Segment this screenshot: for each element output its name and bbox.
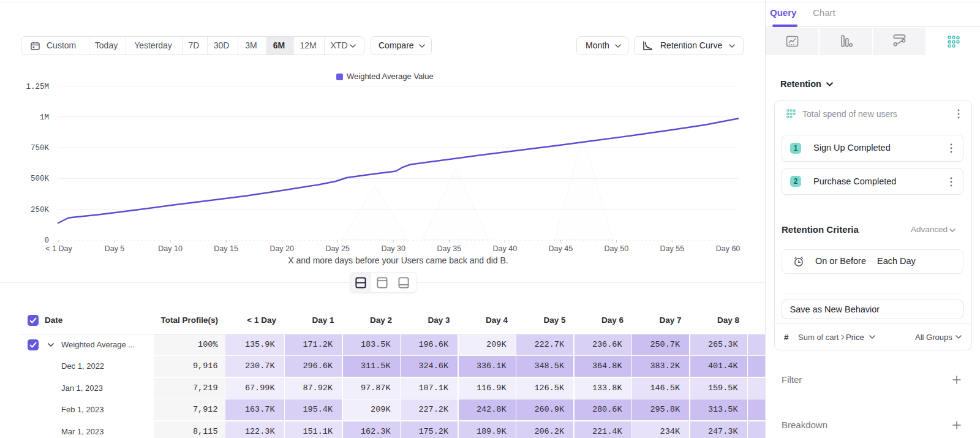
svg-text:0: 0 bbox=[44, 236, 49, 245]
svg-text:Day 20: Day 20 bbox=[270, 244, 294, 253]
svg-text:750K: 750K bbox=[31, 144, 50, 153]
svg-text:Day 45: Day 45 bbox=[549, 244, 573, 253]
svg-text:Day 30: Day 30 bbox=[381, 244, 405, 253]
svg-text:500K: 500K bbox=[31, 175, 50, 183]
svg-text:< 1 Day: < 1 Day bbox=[45, 244, 72, 253]
svg-text:X and more days before your Us: X and more days before your Users came b… bbox=[288, 255, 508, 265]
svg-text:Day 55: Day 55 bbox=[660, 244, 685, 253]
svg-text:1.25M: 1.25M bbox=[26, 83, 49, 91]
svg-text:Day 50: Day 50 bbox=[605, 244, 629, 253]
svg-text:Day 25: Day 25 bbox=[325, 244, 350, 253]
svg-text:Day 15: Day 15 bbox=[214, 244, 238, 253]
svg-text:Day 60: Day 60 bbox=[716, 244, 741, 253]
svg-text:Day 40: Day 40 bbox=[492, 244, 517, 253]
svg-text:Day 35: Day 35 bbox=[437, 244, 461, 253]
svg-text:250K: 250K bbox=[31, 206, 50, 214]
svg-text:1M: 1M bbox=[40, 113, 49, 122]
svg-text:Day 5: Day 5 bbox=[105, 244, 125, 253]
svg-text:Day 10: Day 10 bbox=[158, 244, 183, 253]
